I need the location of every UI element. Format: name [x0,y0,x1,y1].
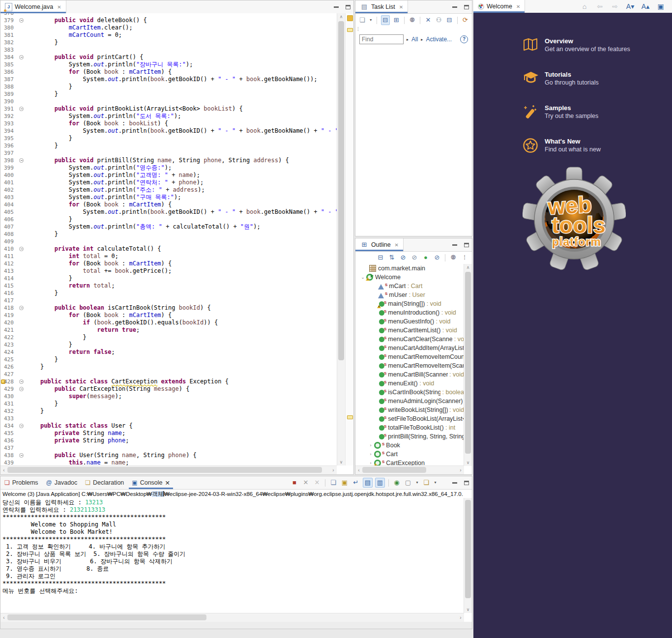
presentation-icon[interactable]: ⚉ [409,16,416,25]
tab-declaration[interactable]: ❏Declaration [81,476,128,489]
hide-non-public-icon[interactable]: ● [421,253,430,262]
reduce-text-icon[interactable]: A▾ [626,2,635,11]
scroll-right-icon[interactable]: › [457,466,464,474]
close-icon[interactable]: ✕ [395,242,399,248]
close-icon[interactable]: ✕ [516,4,520,9]
show-stdout-icon[interactable]: ▤ [363,478,373,488]
outline-item-iscartinbook-string-[interactable]: SisCartInBook(String) : boolea [355,388,464,397]
outline-item-menucartitemlist-[interactable]: SmenuCartItemList() : void [355,326,464,335]
view-menu-icon[interactable]: ⁞ [460,253,469,262]
scrollbar-thumb[interactable] [362,467,426,473]
outline-item-printbill-string-string-string[interactable]: SprintBill(String, String, String [355,432,464,441]
open-console-icon[interactable]: ❏ [422,478,431,487]
outline-item-cart[interactable]: ›SCart [355,450,464,459]
console-output[interactable]: 당신의 이름을 입력하세요 : 13213연락처를 입력하세요 : 213211… [0,498,464,613]
tab-welcome-java[interactable]: J Welcome.java ✕ [0,0,66,13]
forward-icon[interactable]: ⇨ [611,2,619,11]
maximize-icon[interactable] [464,243,469,247]
maximize-icon[interactable] [346,5,351,9]
scrollbar-thumb[interactable] [338,21,344,360]
fold-collapse-icon[interactable] [19,387,24,391]
chevron-right-icon[interactable]: › [367,461,374,465]
annotation-ruler[interactable] [345,13,353,465]
outline-tree[interactable]: com.market.main⌄WelcomeSmCart : CartSmUs… [355,264,464,466]
hide-completed-icon[interactable]: ✕ [424,16,432,25]
home-icon[interactable]: ⌂ [580,2,589,11]
outline-item-menuintroduction-[interactable]: SmenuIntroduction() : void [355,308,464,317]
outline-item-com-market-main[interactable]: com.market.main [355,264,464,273]
categorized-view-icon[interactable]: ⊟ [381,15,389,25]
welcome-item-overview[interactable]: OverviewGet an overview of the features [523,37,630,53]
chevron-right-icon[interactable]: › [367,443,374,448]
collapse-all-icon[interactable]: ⊟ [376,253,385,262]
outline-item-book[interactable]: ›SBook [355,441,464,450]
find-input[interactable] [359,34,404,44]
minimize-icon[interactable] [452,482,457,484]
help-icon[interactable]: ? [460,35,468,43]
hide-fields-icon[interactable]: ⊘ [399,253,408,262]
scroll-down-icon[interactable]: ∨ [464,606,472,613]
fold-collapse-icon[interactable] [19,453,24,458]
scroll-lock-icon[interactable]: ▣ [340,478,349,487]
annotation-mark-0[interactable] [347,15,353,21]
pin-console-icon[interactable]: ◉ [392,478,401,487]
outline-item-menucartremoveitemcount[interactable]: SmenuCartRemoveItemCount [355,352,464,361]
outline-item-menuexit-[interactable]: SmenuExit() : void [355,379,464,388]
editor-horizontal-scrollbar[interactable]: ‹ › [0,465,337,474]
tab-console[interactable]: ▣Console✕ [128,476,174,489]
code-editor[interactable]: 378379 public void deleteBook() {380 mCa… [0,13,337,465]
scroll-down-icon[interactable]: ∨ [464,459,472,466]
hide-static-members-icon[interactable]: ⊘ [410,253,419,262]
scroll-left-icon[interactable]: ‹ [0,466,7,474]
close-icon[interactable]: ✕ [57,4,61,10]
fold-collapse-icon[interactable] [19,247,24,251]
open-console-dropdown-icon[interactable]: ▾ [433,478,438,487]
outline-item-menucartbill-scanner-[interactable]: SmenuCartBill(Scanner) : void [355,370,464,379]
scroll-right-icon[interactable]: › [457,613,464,622]
chevron-down-icon[interactable]: ⌄ [359,275,366,280]
fold-collapse-icon[interactable] [19,306,24,310]
hide-local-types-icon[interactable]: ⊘ [433,253,441,262]
chevron-right-icon[interactable]: › [367,452,374,457]
show-stderr-icon[interactable]: ▥ [375,478,385,488]
outline-item-totalfiletobooklist-[interactable]: StotalFileToBookList() : int [355,423,464,432]
word-wrap-icon[interactable]: ↵ [351,478,360,487]
collapse-all-icon[interactable]: ⊟ [445,16,453,25]
filter-person-icon[interactable]: ⚇ [435,16,442,25]
outline-item-muser[interactable]: SmUser : User [355,290,464,299]
link-with-editor-icon[interactable]: ⚉ [449,253,458,262]
fold-collapse-icon[interactable] [19,107,24,111]
activate-link[interactable]: Activate... [426,36,452,43]
maximize-icon[interactable] [464,481,469,485]
tab-javadoc[interactable]: @Javadoc [42,476,82,489]
fold-collapse-icon[interactable] [19,18,24,23]
outline-item-menucartadditem-arraylist-[interactable]: SmenuCartAddItem(ArrayList< [355,344,464,352]
annotation-mark-1[interactable] [347,28,353,32]
new-task-dropdown-icon[interactable]: ▾ [369,16,373,25]
fold-collapse-icon[interactable] [19,424,24,428]
console-horizontal-scrollbar[interactable]: ‹ › [0,613,464,622]
outline-item-menucartremoveitem-scann[interactable]: SmenuCartRemoveItem(Scann [355,361,464,370]
scroll-left-icon[interactable]: ‹ [0,613,7,622]
enlarge-text-icon[interactable]: A▴ [641,2,650,11]
console-vertical-scrollbar[interactable]: ∨ [464,498,472,613]
back-icon[interactable]: ⇦ [595,2,604,11]
scrollbar-thumb[interactable] [465,500,471,598]
outline-item-main-string-[interactable]: Smain(String[]) : void [355,299,464,308]
fold-collapse-icon[interactable] [19,158,24,163]
welcome-item-tutorials[interactable]: TutorialsGo through tutorials [523,71,599,87]
synchronize-icon[interactable]: ⟳ [462,16,469,25]
new-task-icon[interactable]: ❏ [358,16,366,25]
minimize-icon[interactable] [452,244,457,246]
sort-icon[interactable]: ⇅ [387,253,396,262]
minimize-icon[interactable] [334,6,339,8]
scrollbar-thumb[interactable] [465,272,471,454]
outline-item-cartexception[interactable]: ›SCartException [355,459,464,466]
scroll-down-icon[interactable]: ∨ [337,459,345,465]
fold-collapse-icon[interactable] [19,379,24,384]
tab-outline[interactable]: ⊞ Outline ✕ [355,238,404,251]
welcome-item-samples[interactable]: SamplesTry out the samples [523,104,598,120]
maximize-icon[interactable] [464,5,469,9]
scrollbar-thumb[interactable] [7,467,322,473]
drag-handle-icon[interactable]: ⁞ [355,27,472,32]
